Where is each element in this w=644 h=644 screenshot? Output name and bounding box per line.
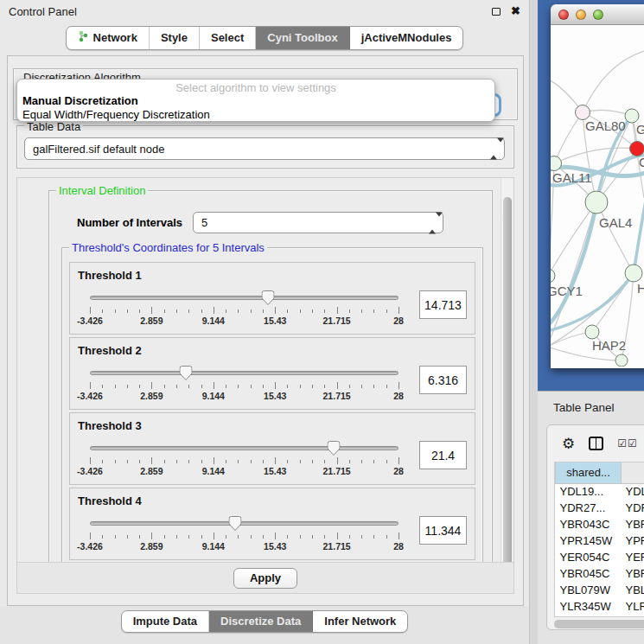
bottom-tab-bar: Impute DataDiscretize DataInfer Network	[121, 610, 409, 633]
network-node-label: GA	[636, 122, 644, 137]
table-row[interactable]: YDR27...YDR2	[556, 500, 644, 516]
network-node[interactable]	[551, 156, 562, 171]
network-edge[interactable]	[596, 202, 634, 273]
threshold-title: Threshold 3	[78, 419, 467, 432]
network-icon	[78, 30, 89, 45]
table-row[interactable]: YIL052CYIL0	[556, 615, 644, 617]
control-panel-content: Discretization Algorithm Select algorith…	[7, 55, 524, 606]
tab-label: Infer Network	[324, 615, 396, 628]
table-panel: Table Panel ⚙ ☑☑ shared...naYDL19...YDL1…	[538, 391, 644, 644]
tab-label: Select	[211, 31, 244, 44]
threshold-slider[interactable]: -3.4262.8599.14415.4321.71528	[90, 290, 399, 328]
tab-label: Style	[161, 31, 188, 44]
tick-label: 28	[393, 391, 404, 401]
threshold-value-field[interactable]: 6.316	[419, 366, 467, 394]
slider-tick-labels: -3.4262.8599.14415.4321.71528	[90, 316, 399, 327]
network-edge[interactable]	[551, 202, 596, 326]
column-header[interactable]: na	[622, 462, 644, 483]
close-traffic-light-icon[interactable]	[558, 10, 569, 20]
slider-thumb[interactable]	[228, 516, 241, 534]
network-edge[interactable]	[554, 112, 583, 163]
tick-label: 21.715	[323, 316, 351, 326]
minimize-traffic-light-icon[interactable]	[576, 10, 586, 20]
network-node[interactable]	[625, 265, 642, 282]
tab-discretize-data[interactable]: Discretize Data	[209, 611, 313, 632]
slider-track	[90, 446, 399, 450]
apply-button[interactable]: Apply	[233, 568, 297, 589]
split-columns-icon[interactable]	[589, 437, 603, 450]
table-data-select[interactable]: galFiltered.sif default node	[24, 137, 505, 160]
network-canvas[interactable]: GAL80GACGAL11GAL4GCY1HHAP2	[551, 25, 644, 368]
threshold-slider[interactable]: -3.4262.8599.14415.4321.71528	[90, 366, 399, 404]
table-horizontal-scrollbar[interactable]	[554, 620, 644, 628]
table-cell: YPR1	[622, 532, 644, 549]
tab-cyni-toolbox[interactable]: Cyni Toolbox	[256, 27, 349, 49]
settings-vertical-scrollbar[interactable]	[501, 178, 513, 593]
close-icon[interactable]: ✖	[511, 7, 520, 16]
float-window-icon[interactable]	[492, 8, 501, 16]
interval-definition-label: Interval Definition	[56, 184, 148, 197]
threshold-value-field[interactable]: 21.4	[419, 441, 467, 469]
slider-thumb[interactable]	[262, 290, 275, 309]
table-cell: YDR27...	[556, 500, 622, 516]
network-node[interactable]	[576, 105, 590, 120]
table-cell: YDR2	[622, 500, 644, 516]
tick-label: 15.43	[264, 391, 286, 401]
table-row[interactable]: YLR345WYLR3	[556, 598, 644, 615]
tick-label: 28	[393, 541, 404, 552]
table-cell: YIL052C	[556, 615, 622, 617]
tab-select[interactable]: Select	[200, 27, 256, 49]
algorithm-option-manual[interactable]: Manual Discretization	[22, 94, 490, 108]
tab-style[interactable]: Style	[150, 27, 200, 49]
table-row[interactable]: YDL19...YDL1	[556, 483, 644, 500]
table-row[interactable]: YPR145WYPR1	[556, 532, 644, 549]
table-cell: YBR043C	[556, 516, 622, 532]
network-node-label: GAL4	[599, 215, 632, 230]
node-table[interactable]: shared...naYDL19...YDL1YDR27...YDR2YBR04…	[554, 462, 644, 617]
threshold-slider[interactable]: -3.4262.8599.14415.4321.71528	[90, 441, 399, 479]
threshold-title: Threshold 4	[78, 494, 467, 507]
slider-thumb[interactable]	[328, 441, 341, 459]
network-node[interactable]	[625, 109, 639, 123]
number-of-intervals-select[interactable]: 5	[193, 212, 443, 233]
threshold-value-field[interactable]: 14.713	[419, 290, 467, 319]
threshold-value-field[interactable]: 11.344	[419, 516, 467, 545]
threshold-panel: Threshold 4-3.4262.8599.14415.4321.71528…	[69, 488, 475, 560]
gear-icon[interactable]: ⚙	[562, 437, 575, 451]
table-toolbar: ⚙ ☑☑	[547, 425, 644, 462]
tick-label: 9.144	[202, 541, 225, 552]
table-row[interactable]: YER054CYER0	[556, 549, 644, 565]
table-row[interactable]: YBR045CYBR0	[556, 565, 644, 582]
column-header[interactable]: shared...	[556, 462, 622, 483]
network-edge[interactable]	[583, 51, 644, 112]
table-cell: YBL079W	[556, 582, 622, 598]
tab-network[interactable]: Network	[67, 27, 150, 49]
network-node[interactable]	[585, 191, 608, 214]
algorithm-option-equal-width[interactable]: Equal Width/Frequency Discretization	[22, 108, 490, 122]
network-node[interactable]	[585, 325, 599, 339]
network-window-titlebar[interactable]	[551, 4, 644, 25]
zoom-traffic-light-icon[interactable]	[593, 10, 603, 20]
panel-splitter[interactable]	[529, 0, 538, 644]
tick-label: 2.859	[140, 316, 163, 326]
tab-impute-data[interactable]: Impute Data	[122, 611, 209, 632]
control-panel: Control Panel ✖ NetworkStyleSelectCyni T…	[0, 0, 529, 644]
network-node[interactable]	[615, 354, 628, 367]
threshold-panel: Threshold 2-3.4262.8599.14415.4321.71528…	[69, 337, 475, 410]
network-node[interactable]	[630, 142, 644, 156]
tab-jactivemnodules[interactable]: jActiveMNodules	[350, 27, 463, 49]
network-node-label: GCY1	[551, 284, 583, 298]
threshold-slider[interactable]: -3.4262.8599.14415.4321.71528	[90, 516, 399, 554]
network-edge[interactable]	[634, 191, 644, 273]
network-node[interactable]	[551, 269, 555, 283]
table-row[interactable]: YBL079WYBL0	[556, 582, 644, 598]
slider-track	[90, 296, 399, 300]
tick-label: 15.43	[264, 316, 286, 326]
tick-label: 21.715	[323, 541, 351, 552]
table-panel-title: Table Panel	[538, 392, 644, 414]
select-columns-icon[interactable]: ☑☑	[617, 437, 638, 450]
slider-thumb[interactable]	[179, 366, 192, 384]
network-edge[interactable]	[551, 202, 596, 347]
table-row[interactable]: YBR043CYBR0	[556, 516, 644, 532]
tab-infer-network[interactable]: Infer Network	[313, 611, 407, 632]
